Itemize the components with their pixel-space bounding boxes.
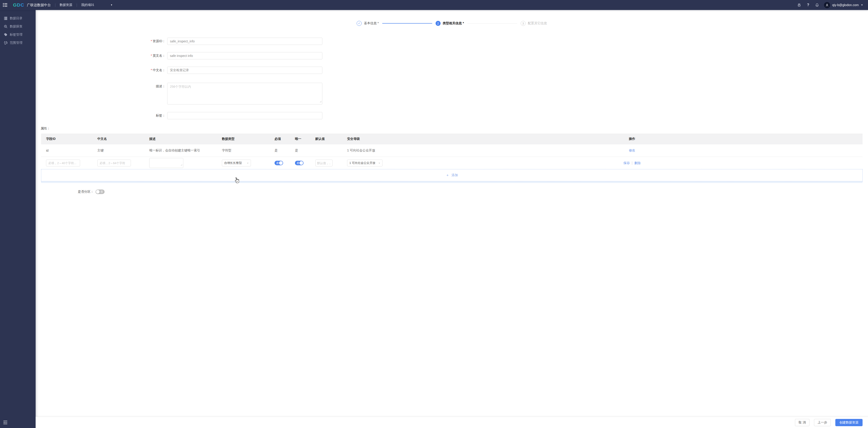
required-asterisk: * (151, 54, 152, 57)
row-unique: 是 (291, 149, 312, 153)
chevron-down-icon: ∨ (378, 162, 380, 164)
col-header-security: 安全等级 (343, 137, 402, 141)
row-cn-name: 主键 (94, 149, 146, 153)
unique-toggle[interactable]: 是 (295, 161, 304, 165)
col-header-required: 必须 (271, 137, 291, 141)
step-1-check-icon: ✓ (356, 21, 362, 26)
attributes-section-label: 属性： (41, 127, 434, 131)
nav-item-data-resource[interactable]: 数据资源 (60, 3, 72, 7)
chinese-name-input[interactable] (167, 67, 322, 74)
table-edit-row: 自增长长整型∨ 是 是 1 可向社会公众开放∨ 保存|删除 (41, 157, 434, 169)
partition-toggle[interactable]: 否 (95, 190, 104, 194)
table-header-row: 字段ID 中文名 描述 数据类型 必须 唯一 默认值 安全等级 操作 (41, 134, 434, 144)
default-value-input[interactable] (315, 160, 333, 166)
row-description: 唯一标识，会自动创建主键唯一索引 (146, 149, 218, 153)
sidebar-item-tag-management[interactable]: 标签管理 (0, 31, 36, 39)
col-header-field-id: 字段ID (41, 137, 94, 141)
required-asterisk: * (151, 68, 152, 72)
domain-selector-label: 我的域01 (81, 3, 94, 7)
chevron-down-icon: ∨ (247, 162, 249, 164)
row-field-id: id (41, 149, 94, 152)
add-row-highlight-strip (41, 182, 434, 183)
required-asterisk: * (151, 39, 152, 43)
sidebar-item-label: 范围管理 (10, 41, 23, 45)
topbar: GDC 广联达数据中台 数据资源 我的域01 ▼ ? qiy-b@glodon (0, 0, 434, 10)
resource-id-input[interactable] (167, 38, 322, 45)
col-header-actions: 操作 (402, 137, 434, 141)
domain-selector[interactable]: 我的域01 ▼ (81, 3, 113, 7)
english-name-input[interactable] (167, 52, 322, 59)
toggle-knob (96, 190, 100, 194)
col-header-cn-name: 中文名 (94, 137, 146, 141)
sidebar-item-label: 数据探查 (10, 25, 23, 29)
sidebar-item-scope-management[interactable]: 范围管理 (0, 39, 36, 47)
main-content: ✓ 基本信息 * 2 类型相关信息 * 3 配置其它信息 *资源ID： *英文名… (36, 10, 434, 214)
partition-label: 是否分区： (78, 190, 94, 194)
field-id-input[interactable] (46, 160, 80, 166)
attributes-table: 字段ID 中文名 描述 数据类型 必须 唯一 默认值 安全等级 操作 id 主键… (41, 134, 434, 169)
chevron-down-icon: ▼ (111, 4, 113, 6)
row-data-type: 字符型 (218, 149, 271, 153)
step-1-label: 基本信息 * (364, 21, 379, 25)
row-security: 1 可向社会公众开放 (343, 149, 402, 153)
gdc-logo: GDC (13, 2, 24, 8)
col-header-default: 默认值 (312, 137, 343, 141)
table-row: id 主键 唯一标识，会自动创建主键唯一索引 字符型 是 是 1 可向社会公众开… (41, 144, 434, 157)
resize-handle-icon (181, 163, 182, 167)
database-icon (4, 17, 7, 20)
toggle-knob (300, 161, 303, 165)
tag-icon (4, 33, 7, 36)
required-toggle[interactable]: 是 (275, 161, 283, 165)
row-required: 是 (271, 149, 291, 153)
description-label: 描述： (135, 83, 167, 89)
sidebar: 数据目录 数据探查 标签管理 范围管理 (0, 10, 36, 214)
tags-input[interactable] (167, 112, 322, 119)
cn-name-input[interactable] (97, 160, 131, 166)
english-name-label: *英文名： (135, 54, 167, 58)
security-level-select[interactable]: 1 可向社会公众开放∨ (347, 160, 382, 166)
nav-collapse-icon[interactable] (3, 3, 7, 7)
chinese-name-label: *中文名： (135, 68, 167, 72)
sidebar-item-label: 标签管理 (10, 33, 23, 37)
col-header-unique: 唯一 (291, 137, 312, 141)
tags-label: 标签： (135, 113, 167, 118)
scope-icon (4, 41, 7, 45)
step-connector-done (382, 23, 432, 24)
explore-icon (4, 25, 7, 28)
add-field-button[interactable]: ＋ 添加 (41, 169, 434, 182)
data-type-select[interactable]: 自增长长整型∨ (222, 160, 251, 166)
toggle-knob (279, 161, 283, 165)
sidebar-item-label: 数据目录 (10, 16, 23, 21)
app-title: 广联达数据中台 (27, 3, 51, 7)
stepper: ✓ 基本信息 * 2 类型相关信息 * 3 配置其它信息 (36, 21, 434, 26)
sidebar-item-data-catalog[interactable]: 数据目录 (0, 14, 36, 23)
description-mini-textarea[interactable] (149, 158, 183, 168)
resource-id-label: *资源ID： (135, 39, 167, 43)
col-header-description: 描述 (146, 137, 218, 141)
description-textarea[interactable] (167, 83, 322, 104)
sidebar-item-data-explore[interactable]: 数据探查 (0, 23, 36, 31)
col-header-data-type: 数据类型 (218, 137, 271, 141)
